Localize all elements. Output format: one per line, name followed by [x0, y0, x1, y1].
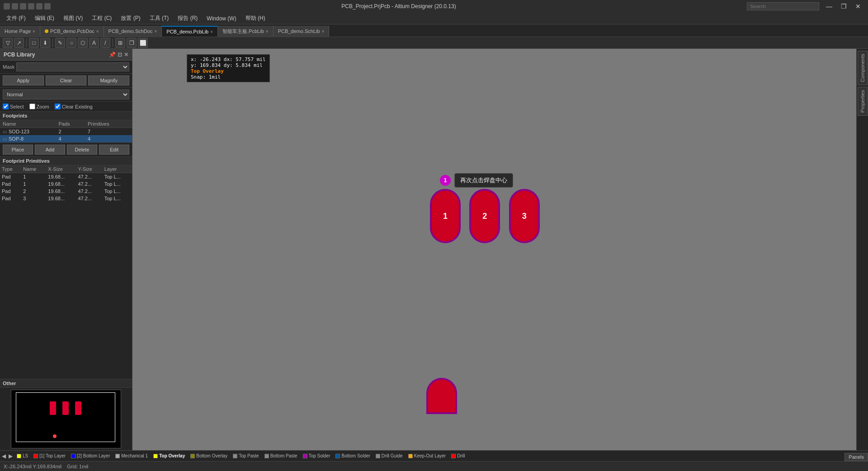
panel-float-btn[interactable]: ⊡: [118, 52, 122, 58]
tab-sch-lib-close[interactable]: ×: [322, 29, 325, 34]
tab-pcb-lib-close[interactable]: ×: [210, 29, 213, 34]
layer-bot-paste[interactable]: Bottom Paste: [263, 453, 299, 459]
panel-pin-btn[interactable]: 📌: [109, 52, 116, 58]
toolbar-pencil-button[interactable]: ✎: [55, 38, 65, 48]
clear-button[interactable]: Clear: [46, 75, 87, 85]
tab-home[interactable]: Home Page ×: [0, 26, 40, 37]
pad-num-2: 2: [482, 212, 487, 221]
layer-scroll-right[interactable]: ▶: [9, 453, 13, 459]
side-tab-properties[interactable]: Properties: [858, 87, 868, 116]
pad-num-3: 3: [522, 212, 527, 221]
layer-ls[interactable]: LS: [15, 453, 29, 459]
menu-edit[interactable]: 编辑 (E): [30, 14, 59, 23]
check-clear-existing[interactable]: Clear Existing: [55, 104, 93, 109]
tab-home-close[interactable]: ×: [33, 29, 35, 34]
prim-row2-xsize: 19.68...: [46, 188, 76, 195]
check-select[interactable]: Select: [3, 104, 24, 109]
magnify-button[interactable]: Magnify: [88, 75, 129, 85]
menu-view[interactable]: 视图 (V): [59, 14, 87, 23]
toolbar-dl-button[interactable]: ⬇: [40, 38, 50, 48]
apply-button[interactable]: Apply: [3, 75, 44, 85]
toolbar-wire-button[interactable]: ↗: [14, 38, 24, 48]
canvas-area[interactable]: x: -26.243 dx: 57.757 mil y: 169.834 dy:…: [132, 49, 856, 450]
check-zoom[interactable]: Zoom: [29, 104, 49, 109]
tab-sch-doc-close[interactable]: ×: [154, 29, 157, 34]
toolbar-rect-button[interactable]: □: [29, 38, 39, 48]
layer-mech1[interactable]: Mechanical 1: [114, 453, 149, 459]
menu-place[interactable]: 放置 (P): [116, 14, 145, 23]
panel-close-btn[interactable]: ✕: [124, 52, 128, 58]
toolbar-filter-button[interactable]: ▽: [3, 38, 13, 48]
tab-smart-lib-close[interactable]: ×: [266, 29, 269, 34]
layer-top-paste[interactable]: Top Paste: [231, 453, 260, 459]
tab-smart-lib[interactable]: 智能车主板.PcbLib ×: [218, 26, 274, 37]
tab-smart-lib-label: 智能车主板.PcbLib: [222, 28, 264, 35]
close-button[interactable]: ✕: [852, 0, 864, 13]
menu-project[interactable]: 工程 (C): [87, 14, 116, 23]
restore-button[interactable]: ❐: [837, 0, 850, 13]
app-icons: [4, 3, 51, 9]
toolbar-text-button[interactable]: A: [89, 38, 99, 48]
toolbar-circle-button[interactable]: ○: [66, 38, 76, 48]
layer-top-overlay[interactable]: Top Overlay: [152, 453, 186, 459]
table-row[interactable]: Pad 2 19.68... 47.2... Top L...: [0, 188, 132, 195]
tab-pcb-doc[interactable]: PCB_demo.PcbDoc ×: [40, 26, 104, 37]
tab-pcb-doc-close[interactable]: ×: [96, 29, 99, 34]
fp-col-name[interactable]: Name: [0, 120, 56, 128]
menu-help[interactable]: 帮助 (H): [241, 14, 270, 23]
menu-window[interactable]: Window (W): [202, 14, 241, 23]
place-button[interactable]: Place: [3, 145, 33, 155]
pcb-pad-3[interactable]: 3: [509, 189, 540, 243]
fp-col-primitives[interactable]: Primitives: [85, 120, 132, 128]
bottom-component[interactable]: [426, 378, 457, 414]
mode-select[interactable]: Normal Full Mask: [3, 89, 129, 99]
prim-col-name[interactable]: Name: [21, 165, 46, 173]
check-zoom-input[interactable]: [29, 104, 35, 109]
fp-col-pads[interactable]: Pads: [56, 120, 85, 128]
edit-button[interactable]: Edit: [99, 145, 129, 155]
delete-button[interactable]: Delete: [67, 145, 97, 155]
table-row[interactable]: Pad 1 19.68... 47.2... Top L...: [0, 180, 132, 188]
layer-drill-guide[interactable]: Drill Guide: [374, 453, 404, 459]
layer-keepout[interactable]: Keep-Out Layer: [407, 453, 448, 459]
toolbar-line-button[interactable]: /: [100, 38, 110, 48]
layer-scroll-left[interactable]: ◀: [2, 453, 6, 459]
prim-col-layer[interactable]: Layer: [103, 165, 132, 173]
pcb-pad-2[interactable]: 2: [469, 189, 500, 243]
layer-bottom[interactable]: [2] Bottom Layer: [70, 453, 111, 459]
table-row[interactable]: ▭SOD-123 2 7: [0, 128, 132, 136]
layer-top-solder[interactable]: Top Solder: [302, 453, 332, 459]
check-clear-existing-input[interactable]: [55, 104, 61, 109]
layer-top[interactable]: [1] Top Layer: [32, 453, 67, 459]
toolbar-hex-button[interactable]: ⬡: [78, 38, 88, 48]
add-button[interactable]: Add: [35, 145, 65, 155]
table-row[interactable]: Pad 3 19.68... 47.2... Top L...: [0, 195, 132, 202]
panels-button[interactable]: Panels: [844, 453, 868, 461]
mask-select[interactable]: [16, 62, 129, 71]
tab-sch-doc[interactable]: PCB_demo.SchDoc ×: [104, 26, 162, 37]
menu-tools[interactable]: 工具 (T): [145, 14, 174, 23]
prim-col-type[interactable]: Type: [0, 165, 21, 173]
menu-file[interactable]: 文件 (F): [2, 14, 30, 23]
minimize-button[interactable]: —: [823, 0, 835, 13]
prim-col-ysize[interactable]: Y-Size: [76, 165, 102, 173]
table-row[interactable]: Pad 1 19.68... 47.2... Top L...: [0, 173, 132, 181]
search-input[interactable]: [747, 2, 819, 10]
layer-bot-solder[interactable]: Bottom Solder: [334, 453, 371, 459]
toolbar-sq2-button[interactable]: ❒: [127, 38, 137, 48]
prim-row2-name: 2: [21, 188, 46, 195]
tab-sch-lib-label: PCB_demo.SchLib: [278, 28, 320, 34]
table-row[interactable]: ▭SOP-8 4 4: [0, 135, 132, 142]
pcb-pad-1[interactable]: 1: [430, 189, 461, 243]
tab-sch-lib[interactable]: PCB_demo.SchLib ×: [274, 26, 330, 37]
side-tab-components[interactable]: Components: [858, 51, 868, 85]
layer-drill[interactable]: Drill: [450, 453, 466, 459]
tab-pcb-lib[interactable]: PCB_demo.PcbLib ×: [162, 26, 218, 37]
prim-col-xsize[interactable]: X-Size: [46, 165, 76, 173]
check-select-input[interactable]: [3, 104, 9, 109]
toolbar-sq3-button[interactable]: ⬜: [138, 38, 148, 48]
toolbar-grid-button[interactable]: ⊞: [115, 38, 125, 48]
layer-top-overlay-dot: [153, 454, 158, 458]
layer-bot-overlay[interactable]: Bottom Overlay: [189, 453, 229, 459]
menu-report[interactable]: 报告 (R): [173, 14, 202, 23]
